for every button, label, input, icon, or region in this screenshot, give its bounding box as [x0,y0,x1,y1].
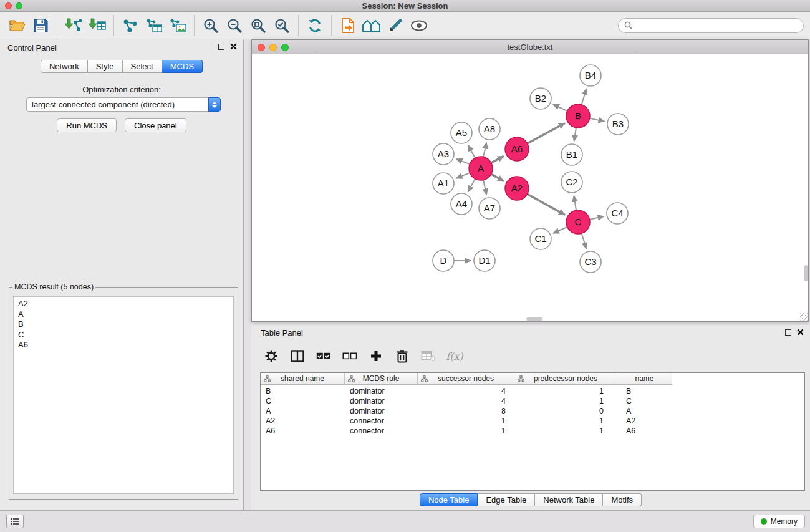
graph-node-A6[interactable]: A6 [505,137,529,161]
search-field[interactable] [618,18,804,33]
zoom-in-icon[interactable] [199,14,223,37]
graph-node-A5[interactable]: A5 [451,122,472,143]
delete-row-icon[interactable] [393,347,411,365]
graph-node-C1[interactable]: C1 [530,228,551,249]
refresh-icon[interactable] [303,14,327,37]
close-panel-button[interactable]: Close panel [125,118,186,132]
task-list-button[interactable] [6,515,24,528]
table-panel-header: Table Panel [251,325,810,340]
graph-node-C[interactable]: C [566,210,590,234]
save-floppy-icon[interactable] [29,14,52,37]
svg-text:C: C [575,216,582,227]
graph-node-C4[interactable]: C4 [607,203,628,224]
minimize-light[interactable] [269,44,277,51]
close-light[interactable] [258,44,265,51]
tab-select[interactable]: Select [123,60,162,73]
network-image-glyph [169,17,186,34]
graph-node-A3[interactable]: A3 [433,143,454,165]
list-item[interactable]: C [18,330,229,341]
tab-network-table[interactable]: Network Table [535,493,603,506]
tab-network[interactable]: Network [41,60,88,73]
column-header-name[interactable]: name [617,373,672,385]
mcds-result-list[interactable]: A2 A B C A6 [13,296,234,494]
double-home-icon[interactable] [360,14,383,37]
graph-node-C3[interactable]: C3 [580,251,601,273]
svg-text:A2: A2 [511,183,523,193]
tab-style[interactable]: Style [88,60,123,73]
graph-node-D[interactable]: D [433,250,454,271]
show-eye-icon[interactable] [407,14,431,37]
trash-glyph [395,349,409,363]
list-item[interactable]: B [18,319,229,330]
export-network-image-icon[interactable] [166,14,190,37]
float-panel-icon[interactable] [218,44,224,50]
tab-edge-table[interactable]: Edge Table [478,493,535,506]
search-input[interactable] [635,21,798,30]
cell-name: B [617,387,672,395]
svg-text:B4: B4 [585,70,596,80]
tab-node-table[interactable]: Node Table [420,493,478,506]
optimization-criterion-dropdown[interactable]: largest connected component (directed) [26,97,221,112]
graph-node-B2[interactable]: B2 [530,88,551,109]
new-network-from-table-icon[interactable] [142,14,166,37]
open-folder-icon[interactable] [5,14,29,37]
close-panel-icon[interactable] [797,329,804,336]
add-row-icon[interactable] [367,347,385,365]
horizontal-scrollbar[interactable] [526,317,542,321]
table-row[interactable]: C dominator 4 1 C [261,396,804,406]
zoom-traffic-light[interactable] [16,2,22,9]
style-brush-icon[interactable] [383,14,407,37]
new-network-icon[interactable] [118,14,142,37]
graph-node-B4[interactable]: B4 [580,65,601,86]
graph-node-A2[interactable]: A2 [505,177,529,200]
graph-node-B[interactable]: B [566,104,590,128]
graph-node-D1[interactable]: D1 [474,250,495,271]
tab-mcds[interactable]: MCDS [162,60,203,73]
memory-button[interactable]: Memory [753,515,805,528]
graph-node-A8[interactable]: A8 [479,118,500,140]
zoom-selected-icon[interactable] [270,14,294,37]
column-header-predecessor-nodes[interactable]: predecessor nodes [514,373,617,385]
zoom-fit-icon[interactable] [246,14,270,37]
list-item[interactable]: A2 [18,299,229,309]
graph-node-A[interactable]: A [469,157,493,180]
list-item[interactable]: A6 [18,340,229,351]
graph-node-A4[interactable]: A4 [451,193,472,215]
network-canvas[interactable]: AA1A2A3A4A5A6A7A8BB1B2B3B4CC1C2C3C4DD1 [252,54,808,321]
import-network-icon[interactable] [62,14,85,37]
deselect-all-icon[interactable] [341,347,359,365]
graph-node-A1[interactable]: A1 [433,173,454,194]
table-row[interactable]: B dominator 4 1 B [261,386,804,396]
network-window-titlebar[interactable]: testGlobe.txt [252,40,808,54]
table-row[interactable]: A2 connector 1 1 A2 [261,416,804,426]
close-panel-icon[interactable] [230,43,237,50]
list-item[interactable]: A [18,309,229,320]
settings-gear-icon[interactable] [263,347,280,365]
table-row[interactable]: A6 connector 1 1 A6 [261,426,804,436]
graph-node-B1[interactable]: B1 [561,144,582,165]
zoom-light[interactable] [281,44,289,51]
resize-grip[interactable] [800,313,808,321]
close-traffic-light[interactable] [5,2,12,9]
zoom-out-icon[interactable] [223,14,246,37]
graph-node-B3[interactable]: B3 [607,114,629,135]
main-toolbar [0,12,810,39]
column-header-mcds-role[interactable]: MCDS role [345,373,418,385]
graph-node-A7[interactable]: A7 [479,198,500,219]
function-fx-icon[interactable]: f(x) [446,347,463,365]
open-session-document-icon[interactable] [336,14,360,37]
select-all-icon[interactable] [315,347,332,365]
graph-node-C2[interactable]: C2 [561,172,582,193]
delete-table-icon[interactable] [420,347,437,365]
import-table-icon[interactable] [85,14,109,37]
network-window: testGlobe.txt AA1A2A3A4A5A6A7A8BB1B2B3B4… [251,39,809,322]
column-header-shared-name[interactable]: shared name [261,373,345,385]
run-mcds-button[interactable]: Run MCDS [57,118,117,132]
tab-motifs[interactable]: Motifs [603,493,642,506]
table-header: shared name MCDS role successor nodes pr… [261,373,804,385]
float-panel-icon[interactable] [785,329,791,336]
column-header-successor-nodes[interactable]: successor nodes [418,373,514,385]
split-columns-icon[interactable] [289,347,306,365]
vertical-scrollbar[interactable] [804,265,808,281]
table-row[interactable]: A dominator 8 0 A [261,406,804,416]
